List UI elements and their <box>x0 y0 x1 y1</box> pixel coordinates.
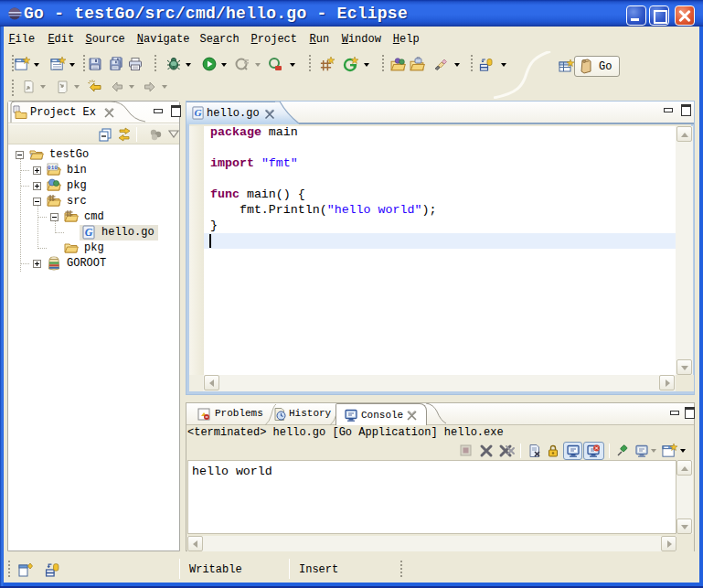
svg-text:010: 010 <box>48 165 58 171</box>
